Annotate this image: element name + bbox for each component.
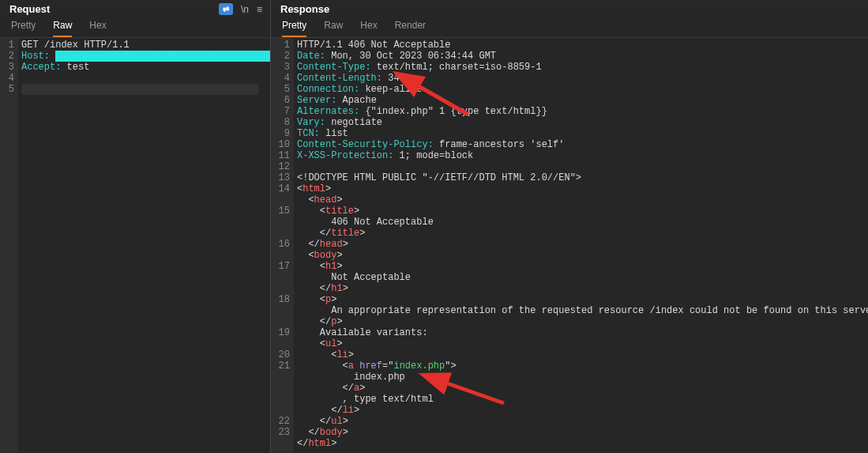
newline-toggle[interactable]: \n (241, 4, 249, 15)
request-header: Request ⇄ \n ≡ (0, 0, 270, 15)
code-line[interactable]: , type text/html (297, 394, 868, 405)
line-number: 1 (271, 40, 290, 51)
code-line[interactable]: </h1> (297, 283, 868, 294)
line-number: 15 (271, 206, 290, 217)
code-line[interactable]: An appropriate representation of the req… (297, 305, 868, 316)
line-number (271, 217, 290, 228)
request-panel: Request ⇄ \n ≡ PrettyRawHex 12345 GET /i… (0, 0, 271, 453)
code-line[interactable]: </body> (297, 427, 868, 438)
line-number: 8 (271, 117, 290, 128)
tab-pretty[interactable]: Pretty (11, 20, 36, 37)
code-line[interactable]: Connection: keep-alive (297, 84, 868, 95)
line-number: 4 (0, 73, 14, 84)
line-number: 2 (271, 51, 290, 62)
code-line[interactable]: <html> (297, 183, 868, 194)
code-line[interactable]: GET /index HTTP/1.1 (21, 40, 270, 51)
line-number: 12 (271, 161, 290, 172)
code-line[interactable]: Host: xxxxxxxxxxxxxxxxxxxxxxxxxxxxxxxxxx… (21, 51, 270, 62)
request-tools: ⇄ \n ≡ (219, 3, 262, 15)
code-line[interactable]: <!DOCTYPE HTML PUBLIC "-//IETF//DTD HTML… (297, 172, 868, 183)
tab-hex[interactable]: Hex (89, 20, 106, 37)
code-line[interactable]: <p> (297, 294, 868, 305)
line-number: 14 (271, 183, 290, 194)
code-line[interactable] (297, 161, 868, 172)
line-number: 4 (271, 73, 290, 84)
code-line[interactable]: index.php (297, 372, 868, 383)
response-title: Response (280, 3, 329, 15)
code-line[interactable]: Server: Apache (297, 95, 868, 106)
code-line[interactable]: Content-Type: text/html; charset=iso-885… (297, 62, 868, 73)
code-line[interactable]: </ul> (297, 416, 868, 427)
line-number: 2 (0, 51, 14, 62)
line-number: 1 (0, 40, 14, 51)
line-number: 21 (271, 361, 290, 372)
menu-icon[interactable]: ≡ (257, 4, 262, 15)
line-number: 5 (0, 84, 14, 95)
response-code[interactable]: HTTP/1.1 406 Not AcceptableDate: Mon, 30… (294, 38, 868, 453)
code-line[interactable]: Accept: test (21, 62, 270, 73)
tab-pretty[interactable]: Pretty (282, 20, 306, 37)
code-line[interactable]: Vary: negotiate (297, 117, 868, 128)
code-line[interactable]: </li> (297, 405, 868, 416)
line-number (271, 438, 290, 449)
response-panel: Response PrettyRawHexRender 123456789101… (271, 0, 868, 453)
wrap-icon[interactable]: ⇄ (219, 3, 233, 15)
tab-hex[interactable]: Hex (360, 20, 377, 37)
code-line[interactable]: Content-Length: 347 (297, 73, 868, 84)
tab-raw[interactable]: Raw (53, 20, 72, 37)
code-line[interactable]: 406 Not Acceptable (297, 217, 868, 228)
code-line[interactable]: </p> (297, 316, 868, 327)
line-number (271, 372, 290, 383)
line-number: 3 (0, 62, 14, 73)
response-editor[interactable]: 1234567891011121314151617181920212223 HT… (271, 38, 868, 453)
tab-raw[interactable]: Raw (324, 20, 343, 37)
code-line[interactable]: <li> (297, 349, 868, 361)
code-line[interactable] (21, 84, 258, 95)
code-line[interactable]: </html> (297, 438, 868, 449)
code-line[interactable]: <head> (297, 194, 868, 206)
request-editor[interactable]: 12345 GET /index HTTP/1.1Host: xxxxxxxxx… (0, 38, 270, 453)
code-line[interactable]: Date: Mon, 30 Oct 2023 06:34:44 GMT (297, 51, 868, 62)
line-number (271, 250, 290, 261)
request-title: Request (9, 3, 50, 15)
request-gutter: 12345 (0, 38, 18, 453)
code-line[interactable]: <title> (297, 206, 868, 217)
request-tabs: PrettyRawHex (0, 15, 270, 38)
code-line[interactable]: </head> (297, 239, 868, 250)
code-line[interactable] (21, 73, 270, 84)
code-line[interactable]: Alternates: {"index.php" 1 {type text/ht… (297, 106, 868, 117)
line-number (271, 316, 290, 327)
code-line[interactable]: <a href="index.php"> (297, 361, 868, 372)
line-number: 6 (271, 95, 290, 106)
code-line[interactable]: Content-Security-Policy: frame-ancestors… (297, 139, 868, 150)
code-line[interactable]: </a> (297, 383, 868, 394)
code-line[interactable]: </title> (297, 228, 868, 239)
code-line[interactable]: <body> (297, 250, 868, 261)
line-number: 16 (271, 239, 290, 250)
line-number: 9 (271, 128, 290, 139)
code-line[interactable]: Available variants: (297, 327, 868, 338)
app-root: Request ⇄ \n ≡ PrettyRawHex 12345 GET /i… (0, 0, 868, 453)
line-number: 3 (271, 62, 290, 73)
line-number: 17 (271, 261, 290, 272)
line-number (271, 305, 290, 316)
line-number (271, 272, 290, 283)
line-number: 7 (271, 106, 290, 117)
line-number: 23 (271, 427, 290, 438)
line-number (271, 383, 290, 394)
line-number: 13 (271, 172, 290, 183)
request-code[interactable]: GET /index HTTP/1.1Host: xxxxxxxxxxxxxxx… (18, 38, 270, 453)
response-tabs: PrettyRawHexRender (271, 15, 868, 38)
line-number: 19 (271, 327, 290, 338)
code-line[interactable]: HTTP/1.1 406 Not Acceptable (297, 40, 868, 51)
code-line[interactable]: Not Acceptable (297, 272, 868, 283)
code-line[interactable]: TCN: list (297, 128, 868, 139)
code-line[interactable]: <h1> (297, 261, 868, 272)
code-line[interactable]: <ul> (297, 338, 868, 349)
code-line[interactable]: X-XSS-Protection: 1; mode=block (297, 150, 868, 161)
line-number: 22 (271, 416, 290, 427)
line-number (271, 394, 290, 405)
line-number (271, 228, 290, 239)
line-number: 10 (271, 139, 290, 150)
tab-render[interactable]: Render (395, 20, 426, 37)
